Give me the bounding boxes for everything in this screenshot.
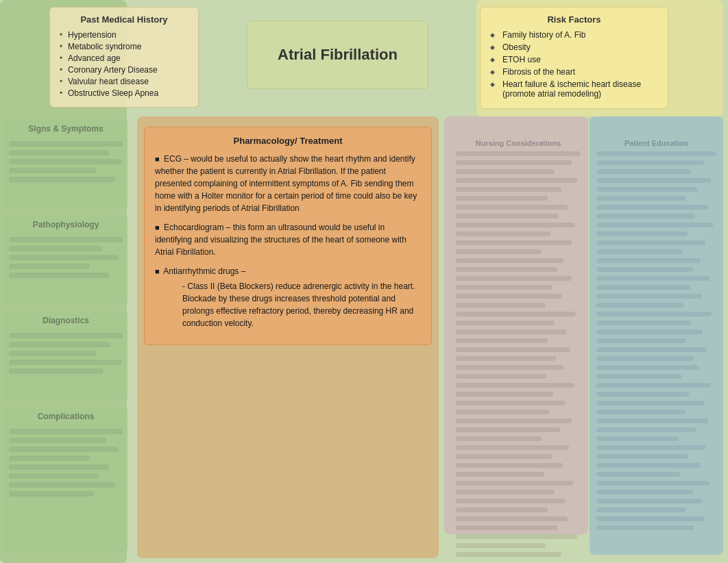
pharma-ecg-text: ■ ECG – would be useful to actually show… [155, 153, 421, 214]
risk-factors-card: Risk Factors Family history of A. Fib Ob… [480, 7, 668, 109]
list-item: Fibrosis of the heart [489, 67, 659, 77]
list-item: Obstructive Sleep Apnea [58, 88, 190, 98]
past-medical-history-card: Past Medical History Hypertension Metabo… [49, 7, 199, 108]
pharma-echo-text: ■ Echocardiogram – this form an ultrasou… [155, 221, 421, 258]
page-title: Atrial Fibrillation [278, 46, 398, 64]
ghost-panel-left-4: Complications [3, 408, 128, 551]
pharma-section-ecg: ■ ECG – would be useful to actually show… [155, 153, 421, 214]
pharmacology-card: Pharmacology/ Treatment ■ ECG – would be… [144, 127, 432, 345]
pharma-antiarrhythmic-title: ■ Antiarrhythmic drugs – [155, 265, 421, 277]
ghost-panel-left-3: Diagnostics [3, 312, 128, 401]
pharma-sub-item: - Class II (Beta Blockers) reduce adrene… [155, 280, 421, 329]
pharma-card-title: Pharmacology/ Treatment [155, 136, 421, 146]
pink-ghost-section: Nursing Considerations [452, 134, 584, 561]
rf-card-title: Risk Factors [489, 14, 659, 25]
pharma-content: ■ ECG – would be useful to actually show… [155, 153, 421, 329]
pharma-section-antiarrhythmic: ■ Antiarrhythmic drugs – - Class II (Bet… [155, 265, 421, 329]
pharma-section-echo: ■ Echocardiogram – this form an ultrasou… [155, 221, 421, 258]
list-item: Valvular heart disease [58, 77, 190, 86]
blue-ghost-section: Patient Education [593, 134, 720, 534]
pmh-card-title: Past Medical History [58, 14, 190, 25]
ghost-panel-left-2: Pathophysiology [3, 216, 128, 305]
list-item: Family history of A. Fib [489, 30, 659, 40]
pmh-list: Hypertension Metabolic syndrome Advanced… [58, 30, 190, 98]
ghost-panel-left-1: Signs & Symptoms [3, 120, 128, 209]
list-item: ETOH use [489, 55, 659, 64]
rf-list: Family history of A. Fib Obesity ETOH us… [489, 30, 659, 99]
list-item: Obesity [489, 42, 659, 52]
list-item: Advanced age [58, 53, 190, 63]
list-item: Hypertension [58, 30, 190, 40]
list-item: Heart failure & ischemic heart disease (… [489, 79, 659, 99]
list-item: Coronary Artery Disease [58, 65, 190, 75]
central-title-box: Atrial Fibrillation [247, 21, 428, 89]
list-item: Metabolic syndrome [58, 42, 190, 51]
